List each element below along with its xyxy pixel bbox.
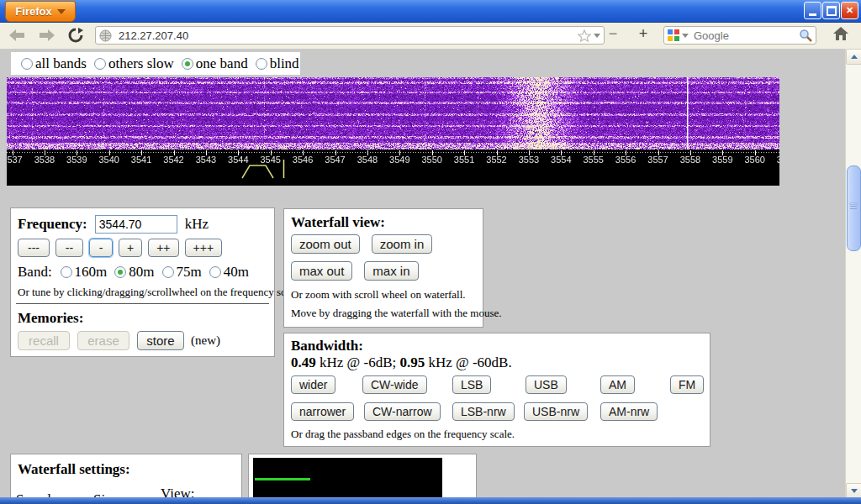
bandwidth-cw-narrow-button[interactable]: CW-narrow	[364, 402, 441, 421]
search-box[interactable]	[663, 26, 816, 45]
bandwidth-60db-text: kHz @ -60dB.	[425, 354, 511, 370]
scale-tick-label: 3541	[131, 155, 151, 165]
waterfall-view-title: Waterfall view:	[291, 214, 385, 231]
scale-tick-label: 3547	[325, 155, 345, 165]
scale-tick-label: 3538	[34, 155, 55, 165]
step-down-1-button[interactable]: -	[89, 239, 113, 257]
search-magnifier-icon[interactable]	[799, 29, 812, 42]
radio-band-40m[interactable]	[209, 266, 221, 278]
forward-arrow-icon	[38, 29, 56, 42]
home-button[interactable]	[832, 26, 849, 41]
max-in-button[interactable]: max in	[364, 261, 418, 281]
bandwidth-am-button[interactable]: AM	[600, 375, 635, 394]
window-bottom-border	[0, 497, 861, 504]
tuning-hint: Or tune by clicking/dragging/scrollwheel…	[18, 286, 301, 299]
smeter-panel	[248, 454, 477, 504]
scale-tick-label: 3555	[583, 155, 603, 165]
address-bar[interactable]	[95, 26, 605, 45]
radio-band-160m[interactable]	[61, 266, 72, 278]
band-160m-label: 160m	[75, 264, 108, 281]
band-label: Band:	[18, 264, 52, 281]
scale-tick-label: 3543	[196, 155, 216, 165]
band-mode-selector: all bands others slow one band blind	[11, 52, 300, 75]
radio-others-slow[interactable]	[94, 58, 106, 70]
scroll-up-icon	[851, 55, 858, 59]
scale-tick-label: 3554	[551, 155, 571, 165]
memories-title: Memories:	[18, 310, 83, 327]
scale-tick-label: 3559	[712, 155, 732, 165]
firefox-menu-label: Firefox	[15, 5, 51, 18]
chevron-down-icon	[57, 9, 66, 14]
step-up-2-button[interactable]: ++	[148, 239, 178, 257]
radio-band-80m[interactable]	[114, 266, 126, 278]
frequency-label: Frequency:	[18, 216, 87, 232]
back-button[interactable]	[7, 27, 27, 44]
waterfall-display[interactable]	[7, 77, 779, 150]
frequency-scale[interactable]: 3537353835393540354135423543354435453546…	[7, 150, 779, 186]
search-input[interactable]	[692, 29, 799, 43]
restore-button[interactable]	[822, 2, 840, 19]
scale-tick-label: 3552	[486, 155, 506, 165]
waterfall-settings-title: Waterfall settings:	[18, 461, 130, 478]
firefox-menu-button[interactable]: Firefox	[5, 1, 76, 22]
vertical-scrollbar[interactable]	[845, 49, 861, 497]
bandwidth-6db-text: kHz @ -6dB;	[316, 354, 400, 370]
bandwidth-narrower-button[interactable]: narrower	[291, 402, 354, 421]
scale-tick-label: 3539	[66, 155, 87, 165]
zoom-out-button[interactable]: zoom out	[291, 234, 360, 254]
bandwidth-wider-button[interactable]: wider	[291, 375, 335, 394]
waterfall-view-hint2: Move by dragging the waterfall with the …	[291, 307, 502, 320]
scale-tick-label: 3544	[228, 155, 248, 165]
bandwidth-value: 0.49 kHz @ -6dB; 0.95 kHz @ -60dB.	[291, 354, 512, 371]
memories-erase-button[interactable]: erase	[77, 331, 129, 350]
scale-tick-label: 3561	[777, 155, 779, 165]
bandwidth-lsb-button[interactable]: LSB	[452, 375, 491, 394]
reload-button[interactable]	[66, 27, 86, 44]
waterfall-area: 3537353835393540354135423543354435453546…	[7, 77, 779, 186]
radio-all-bands[interactable]	[21, 58, 33, 70]
band-75m-label: 75m	[177, 264, 202, 281]
scale-tick-label: 3548	[357, 155, 378, 165]
bandwidth-fm-button[interactable]: FM	[670, 375, 704, 394]
memories-store-button[interactable]: store	[137, 331, 184, 350]
bandwidth-am-nrw-button[interactable]: AM-nrw	[600, 402, 658, 421]
titlebar: Firefox ✕	[0, 0, 861, 23]
radio-band-75m[interactable]	[162, 266, 174, 278]
scrollbar-thumb[interactable]	[847, 165, 861, 251]
scale-tick-label: 3545	[260, 155, 280, 165]
step-down-2-button[interactable]: --	[55, 239, 83, 257]
bandwidth-cw-wide-button[interactable]: CW-wide	[362, 375, 427, 394]
radio-one-band[interactable]	[182, 58, 193, 70]
browser-window: Firefox ✕ − +	[0, 0, 861, 504]
step-down-3-button[interactable]: ---	[18, 239, 50, 257]
zoom-in-button[interactable]: zoom in	[372, 234, 433, 254]
radio-others-slow-label: others slow	[108, 55, 174, 72]
close-button[interactable]: ✕	[841, 2, 858, 19]
step-up-1-button[interactable]: +	[119, 239, 142, 257]
zoom-out-page-button[interactable]: −	[602, 25, 624, 44]
bandwidth-lsb-nrw-button[interactable]: LSB-nrw	[452, 402, 515, 421]
radio-blind[interactable]	[256, 58, 267, 70]
zoom-in-page-button[interactable]: +	[632, 25, 654, 44]
bandwidth-usb-button[interactable]: USB	[526, 375, 567, 394]
scroll-up-button[interactable]	[846, 49, 861, 65]
waterfall-view-panel: Waterfall view: zoom out zoom in max out…	[283, 208, 483, 328]
scale-tick-label: 3553	[519, 155, 539, 165]
forward-button[interactable]	[37, 27, 57, 44]
scale-tick-label: 3556	[615, 155, 636, 165]
url-dropdown-icon[interactable]	[594, 34, 600, 38]
frequency-input[interactable]	[95, 215, 177, 234]
step-up-3-button[interactable]: +++	[185, 239, 223, 257]
bandwidth-usb-nrw-button[interactable]: USB-nrw	[524, 402, 588, 421]
memories-recall-button[interactable]: recall	[18, 331, 70, 350]
reload-icon	[68, 28, 83, 43]
bandwidth-6db-value: 0.49	[291, 354, 316, 370]
search-engine-dropdown-icon[interactable]	[682, 34, 689, 38]
radio-all-bands-label: all bands	[35, 55, 87, 72]
minimize-button[interactable]	[804, 2, 821, 19]
bookmark-star-icon[interactable]	[578, 29, 591, 42]
bandwidth-title: Bandwidth:	[291, 338, 363, 354]
max-out-button[interactable]: max out	[291, 261, 352, 281]
bandwidth-hint: Or drag the passband edges on the freque…	[291, 428, 515, 441]
url-input[interactable]	[117, 29, 578, 43]
